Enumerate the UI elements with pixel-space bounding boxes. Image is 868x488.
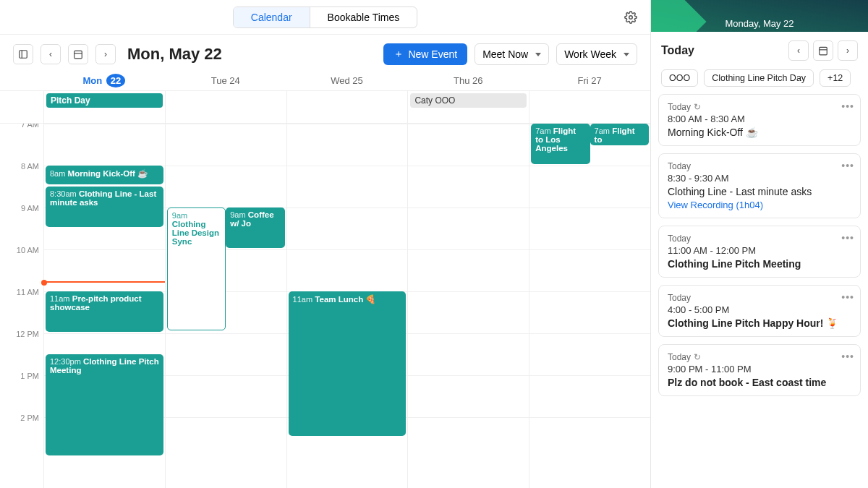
view-selector[interactable]: Work Week [556,43,637,65]
more-icon[interactable]: ••• [841,351,854,362]
day-header[interactable]: Tue 24 [165,75,286,86]
now-indicator [44,281,165,283]
day-column[interactable]: 9am Clothing Line Design Sync9am Coffee … [165,124,286,488]
recur-icon: ↻ [694,102,701,112]
more-icon[interactable]: ••• [841,232,854,244]
side-calendar-icon[interactable] [813,40,833,61]
day-headers: Mon 22Tue 24Wed 25Thu 26Fri 27 [0,71,650,91]
svg-point-0 [629,15,633,19]
card-time: 8:30 - 9:30 AM [668,173,851,184]
calendar-event[interactable]: 9am Clothing Line Design Sync [167,207,226,330]
event-card[interactable]: •••Today ↻9:00 PM - 11:00 PMPlz do not b… [658,344,861,396]
card-title: Plz do not book - East coast time [668,377,851,388]
card-day: Today [668,161,851,171]
side-panel: Monday, May 22 Today ‹ › OOOClothing Lin… [651,0,868,488]
hour-label: 11 AM [0,287,43,329]
calendar-event[interactable]: 8:30am Clothing Line - Last minute asks [46,187,163,227]
day-column[interactable] [407,124,529,488]
more-icon[interactable]: ••• [841,160,854,171]
card-time: 9:00 PM - 11:00 PM [668,364,851,374]
more-icon[interactable]: ••• [841,291,854,303]
new-event-button[interactable]: ＋ New Event [383,43,467,65]
calendar-header: ‹ › Mon, May 22 ＋ New Event Meet Now Wor… [0,35,650,71]
today-calendar-icon[interactable] [68,44,88,64]
side-hero: Monday, May 22 [651,0,868,32]
svg-rect-5 [820,47,827,55]
calendar-event[interactable]: 11am Pre-pitch product showcase [46,291,163,332]
page-title: Mon, May 22 [127,45,222,64]
hour-label: 7 AM [0,124,43,161]
meet-now-button[interactable]: Meet Now [475,43,549,65]
filter-chip[interactable]: OOO [661,69,698,87]
card-time: 4:00 - 5:00 PM [668,304,851,315]
calendar-grid: Mon 22Tue 24Wed 25Thu 26Fri 27 Pitch Day… [0,71,650,488]
calendar-event[interactable]: 11am Team Lunch 🍕 [289,291,407,436]
day-column[interactable]: 8am Morning Kick-Off ☕8:30am Clothing Li… [43,124,165,488]
tab-bookable-times[interactable]: Bookable Times [310,7,417,27]
day-header[interactable]: Mon 22 [43,75,165,86]
calendar-event[interactable]: 7am Flight to Los Angeles [531,124,590,164]
card-time: 11:00 AM - 12:00 PM [668,245,851,256]
event-card[interactable]: •••Today4:00 - 5:00 PMClothing Line Pitc… [658,285,861,337]
top-tabs: Calendar Bookable Times [0,0,650,35]
day-header[interactable]: Fri 27 [529,75,650,86]
svg-rect-3 [75,51,82,59]
card-title: Morning Kick-Off ☕ [668,127,851,138]
hour-label: 9 AM [0,203,43,245]
prev-button[interactable]: ‹ [41,44,61,64]
calendar-event[interactable]: 7am Flight to [590,124,649,145]
tab-segment: Calendar Bookable Times [233,7,417,28]
day-column[interactable]: 11am Team Lunch 🍕 [286,124,408,488]
tab-calendar[interactable]: Calendar [234,7,310,27]
allday-row: Pitch Day Caty OOO [0,91,650,124]
gear-icon[interactable] [624,11,637,24]
calendar-event[interactable]: 12:30pm Clothing Line Pitch Meeting [46,354,163,455]
card-title: Clothing Line Pitch Happy Hour! 🍹 [668,317,851,329]
view-recording-link[interactable]: View Recording (1h04) [668,200,851,210]
allday-event[interactable]: Caty OOO [410,93,527,108]
hour-label: 2 PM [0,413,43,455]
event-card[interactable]: •••Today ↻8:00 AM - 8:30 AMMorning Kick-… [658,94,861,146]
event-card[interactable]: •••Today11:00 AM - 12:00 PMClothing Line… [658,226,861,278]
card-title: Clothing Line - Last minute asks [668,186,851,197]
side-title: Today [661,44,784,57]
new-event-label: New Event [408,48,457,60]
plus-icon: ＋ [393,48,404,61]
hour-label: 12 PM [0,329,43,371]
sidebar-toggle-icon[interactable] [13,44,33,64]
event-card[interactable]: •••Today8:30 - 9:30 AMClothing Line - La… [658,153,861,218]
recur-icon: ↻ [694,352,701,362]
next-button[interactable]: › [95,44,116,64]
filter-chips: OOOClothing Line Pitch Day+12 [651,69,868,94]
event-list: •••Today ↻8:00 AM - 8:30 AMMorning Kick-… [651,94,868,488]
hour-label: 10 AM [0,245,43,287]
card-title: Clothing Line Pitch Meeting [668,258,851,270]
hour-label: 8 AM [0,161,43,203]
hero-date: Monday, May 22 [725,18,793,29]
allday-event[interactable]: Pitch Day [46,93,163,108]
side-prev-button[interactable]: ‹ [788,40,809,61]
card-day: Today [668,234,851,244]
day-header[interactable]: Thu 26 [407,75,529,86]
card-day: Today [668,293,851,303]
filter-chip[interactable]: Clothing Line Pitch Day [704,69,814,87]
card-day: Today ↻ [668,352,851,362]
side-next-button[interactable]: › [838,40,858,61]
svg-rect-1 [20,51,27,59]
more-icon[interactable]: ••• [841,100,854,112]
filter-chip[interactable]: +12 [820,69,851,87]
card-time: 8:00 AM - 8:30 AM [668,114,851,124]
hour-label: 1 PM [0,371,43,413]
card-day: Today ↻ [668,102,851,112]
calendar-event[interactable]: 9am Coffee w/ Jo [226,207,284,248]
day-column[interactable]: 7am Flight to Los Angeles7am Flight to [529,124,650,488]
day-header[interactable]: Wed 25 [286,75,408,86]
calendar-event[interactable]: 8am Morning Kick-Off ☕ [46,166,163,184]
